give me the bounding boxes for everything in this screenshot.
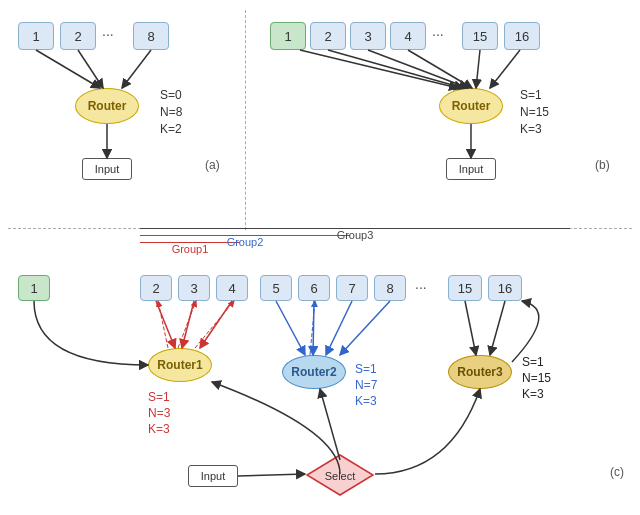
node-c-2: 2 (140, 275, 172, 301)
svg-line-27 (320, 389, 340, 460)
svg-line-15 (200, 301, 232, 348)
stat-r3-s: S=1 (522, 355, 544, 369)
node-b-1: 1 (270, 22, 306, 50)
router-b: Router (439, 88, 503, 124)
svg-line-11 (490, 50, 520, 88)
stat-r2-s: S=1 (355, 362, 377, 376)
dots-a: ··· (102, 26, 114, 42)
arrows-svg (0, 0, 640, 515)
svg-line-13 (156, 301, 175, 348)
stat-a-k: K=2 (160, 122, 182, 136)
svg-line-24 (465, 301, 476, 355)
node-c-16: 16 (488, 275, 522, 301)
node-c-5: 5 (260, 275, 292, 301)
node-a-2: 2 (60, 22, 96, 50)
svg-line-4 (122, 50, 151, 88)
input-a: Input (82, 158, 132, 180)
stat-a-n: N=8 (160, 105, 182, 119)
node-c-6: 6 (298, 275, 330, 301)
node-b-15: 15 (462, 22, 498, 50)
node-c-7: 7 (336, 275, 368, 301)
svg-line-16 (158, 301, 168, 348)
group3-label: Group3 (140, 228, 570, 241)
node-a-1: 1 (18, 22, 54, 50)
svg-line-19 (276, 301, 305, 355)
label-b: (b) (595, 158, 610, 172)
label-c: (c) (610, 465, 624, 479)
stat-b-s: S=1 (520, 88, 542, 102)
svg-line-9 (408, 50, 472, 88)
divider-v (245, 10, 246, 230)
svg-text:Select: Select (325, 470, 356, 482)
stat-r3-n: N=15 (522, 371, 551, 385)
node-c-3: 3 (178, 275, 210, 301)
router2: Router2 (282, 355, 346, 389)
stat-r1-n: N=3 (148, 406, 170, 420)
router3: Router3 (448, 355, 512, 389)
svg-line-2 (36, 50, 100, 88)
stat-r2-n: N=7 (355, 378, 377, 392)
node-b-2: 2 (310, 22, 346, 50)
node-c-8: 8 (374, 275, 406, 301)
svg-line-10 (476, 50, 480, 88)
stat-b-k: K=3 (520, 122, 542, 136)
router-a: Router (75, 88, 139, 124)
input-c: Input (188, 465, 238, 487)
svg-line-7 (328, 50, 463, 88)
svg-line-8 (368, 50, 468, 88)
stat-r2-k: K=3 (355, 394, 377, 408)
stat-r3-k: K=3 (522, 387, 544, 401)
stat-r1-k: K=3 (148, 422, 170, 436)
node-b-3: 3 (350, 22, 386, 50)
router1: Router1 (148, 348, 212, 382)
svg-line-21 (326, 301, 352, 355)
svg-marker-0 (307, 455, 373, 495)
svg-line-6 (300, 50, 458, 88)
node-c-15: 15 (448, 275, 482, 301)
svg-line-22 (340, 301, 390, 355)
node-c-1: 1 (18, 275, 50, 301)
dots-b: ··· (432, 26, 444, 42)
node-c-4: 4 (216, 275, 248, 301)
stat-b-n: N=15 (520, 105, 549, 119)
node-a-8: 8 (133, 22, 169, 50)
select-diamond-svg: Select (305, 453, 375, 497)
svg-line-25 (490, 301, 505, 355)
svg-line-23 (310, 301, 315, 355)
label-a: (a) (205, 158, 220, 172)
input-b: Input (446, 158, 496, 180)
dots-c: ··· (415, 279, 427, 295)
svg-line-14 (182, 301, 194, 348)
node-b-4: 4 (390, 22, 426, 50)
svg-line-18 (195, 301, 234, 348)
svg-line-26 (238, 474, 305, 476)
node-b-16: 16 (504, 22, 540, 50)
svg-line-3 (78, 50, 103, 88)
svg-line-17 (178, 301, 196, 348)
svg-line-20 (313, 301, 314, 355)
stat-r1-s: S=1 (148, 390, 170, 404)
stat-a-s: S=0 (160, 88, 182, 102)
